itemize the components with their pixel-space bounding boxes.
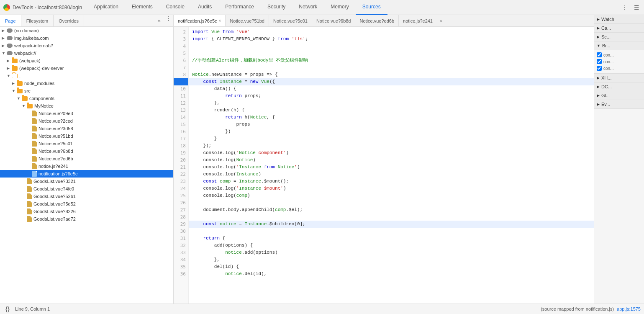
panel-tab-more[interactable]: » bbox=[154, 15, 164, 26]
nav-tab-performance[interactable]: Performance bbox=[218, 0, 261, 15]
code-line: const comp = Instance.$mount(); bbox=[189, 178, 594, 185]
cloud-icon bbox=[7, 28, 13, 33]
tree-item-notice-vue-ed6b[interactable]: Notice.vue?ed6b bbox=[0, 155, 173, 162]
tree-item-webpack-folder[interactable]: ▶(webpack) bbox=[0, 57, 173, 64]
tree-item-label: GoodsList.vue?3321 bbox=[33, 179, 76, 184]
tree-item-notification-js-6e5c[interactable]: notification.js?6e5c bbox=[0, 170, 173, 178]
right-section-header-scope[interactable]: ▶Sc... bbox=[594, 33, 644, 41]
code-tab-notice-6b8d[interactable]: Notice.vue?6b8d bbox=[312, 15, 356, 26]
right-section-header-xhr[interactable]: ▶XH... bbox=[594, 74, 644, 82]
tree-item-webpack-internal[interactable]: ▶webpack-internal:// bbox=[0, 42, 173, 49]
tree-item-node-modules[interactable]: ▶node_modules bbox=[0, 80, 173, 87]
tree-arrow: ▼ bbox=[12, 89, 17, 93]
tree-item-webpack-proto[interactable]: ▼webpack:// bbox=[0, 49, 173, 57]
right-section-call-stack: ▶Ca... bbox=[594, 24, 644, 33]
line-number: 32 bbox=[174, 242, 188, 249]
tree-item-goodslist-5d52[interactable]: GoodsList.vue?5d52 bbox=[0, 200, 173, 208]
right-section-header-watch[interactable]: ▶Watch bbox=[594, 15, 644, 23]
right-section-header-dom[interactable]: ▶DC... bbox=[594, 82, 644, 91]
tree-item-label: Notice.vue?09e3 bbox=[38, 111, 73, 116]
app-link[interactable]: app.js:1575 bbox=[617, 306, 641, 311]
tree-item-label: (no domain) bbox=[14, 28, 39, 33]
line-number: 21 bbox=[174, 164, 188, 171]
code-line: } bbox=[189, 135, 594, 142]
code-tab-notice-51bd[interactable]: Notice.vue?51bd bbox=[226, 15, 269, 26]
settings-icon[interactable]: ☰ bbox=[632, 3, 641, 12]
tree-item-notice-vue-5c01[interactable]: Notice.vue?5c01 bbox=[0, 140, 173, 147]
nav-tab-application[interactable]: Application bbox=[87, 0, 125, 15]
line-number: 28 bbox=[174, 214, 188, 221]
nav-tab-elements[interactable]: Elements bbox=[125, 0, 159, 15]
tree-item-label: Notice.vue?2ced bbox=[38, 118, 73, 124]
tree-item-notice-vue-09e3[interactable]: Notice.vue?09e3 bbox=[0, 110, 173, 117]
tree-item-notice-js-e241[interactable]: notice.js?e241 bbox=[0, 162, 173, 170]
tree-item-goodslist-ad72[interactable]: GoodsList.vue?ad72 bbox=[0, 215, 173, 223]
tree-item-mynotice[interactable]: ▼MyNotice bbox=[0, 102, 173, 110]
right-section-arrow: ▶ bbox=[597, 93, 600, 98]
tree-item-notice-vue-2ced[interactable]: Notice.vue?2ced bbox=[0, 117, 173, 125]
code-line: add(options) { bbox=[189, 242, 594, 249]
file-icon bbox=[32, 163, 37, 169]
line-number: 35 bbox=[174, 263, 188, 270]
right-section-label: Ca... bbox=[601, 26, 611, 31]
panel-tab-page[interactable]: Page bbox=[0, 15, 21, 26]
tree-item-src-folder[interactable]: ▼src bbox=[0, 87, 173, 95]
file-tree[interactable]: ▶(no domain)▶img.kaikeba.com▶webpack-int… bbox=[0, 27, 173, 304]
tree-item-notice-vue-6b8d[interactable]: Notice.vue?6b8d bbox=[0, 147, 173, 155]
code-line: }) bbox=[189, 128, 594, 135]
checkbox-cb1[interactable] bbox=[597, 52, 602, 57]
code-lines[interactable]: import Vue from 'vue'import { CLIENT_REN… bbox=[189, 27, 594, 304]
code-tab-notice-js-e241[interactable]: notice.js?e241 bbox=[399, 15, 437, 26]
code-tabs-more[interactable]: » bbox=[437, 15, 445, 26]
tree-item-goodslist-8226[interactable]: GoodsList.vue?8226 bbox=[0, 208, 173, 215]
right-section-arrow: ▶ bbox=[597, 76, 600, 80]
nav-tab-memory[interactable]: Memory bbox=[324, 0, 355, 15]
line-number: 29 bbox=[174, 221, 188, 228]
tree-item-notice-vue-3d58[interactable]: Notice.vue?3d58 bbox=[0, 125, 173, 132]
dock-icon[interactable]: ⋮ bbox=[621, 3, 629, 12]
panel-tab-filesystem[interactable]: Filesystem bbox=[21, 15, 54, 26]
folder-icon bbox=[22, 96, 28, 101]
right-section-header-global[interactable]: ▶Gl... bbox=[594, 91, 644, 100]
code-tab-notice-ed6b[interactable]: Notice.vue?ed6b bbox=[355, 15, 399, 26]
nav-tab-console[interactable]: Console bbox=[159, 0, 191, 15]
checkbox-cb2[interactable] bbox=[597, 59, 602, 64]
format-icon[interactable]: {} bbox=[3, 305, 12, 313]
tree-item-webpack-dev-server[interactable]: ▶(webpack)-dev-server bbox=[0, 64, 173, 72]
nav-tab-network[interactable]: Network bbox=[292, 0, 324, 15]
code-tabs: notification.js?6e5c×Notice.vue?51bdNoti… bbox=[174, 15, 594, 27]
tree-item-components[interactable]: ▼components bbox=[0, 95, 173, 102]
right-section-header-call-stack[interactable]: ▶Ca... bbox=[594, 24, 644, 32]
tree-arrow: ▶ bbox=[12, 81, 17, 85]
tree-item-goodslist-52b1[interactable]: GoodsList.vue?52b1 bbox=[0, 193, 173, 200]
code-tab-notification-6e5c[interactable]: notification.js?6e5c× bbox=[174, 15, 226, 26]
nav-tab-security[interactable]: Security bbox=[261, 0, 292, 15]
code-tab-notice-5c01[interactable]: Notice.vue?5c01 bbox=[269, 15, 312, 26]
line-number: 23 bbox=[174, 178, 188, 185]
right-section-arrow: ▶ bbox=[597, 85, 600, 89]
code-line: //手动创建Alert组件，加载到body里 不受父组件影响 bbox=[189, 57, 594, 64]
panel-tab-overrides[interactable]: Overrides bbox=[54, 15, 84, 26]
tree-item-no-domain[interactable]: ▶(no domain) bbox=[0, 27, 173, 34]
status-right: (source mapped from notification.js) app… bbox=[541, 306, 641, 311]
code-line bbox=[189, 214, 594, 221]
code-line: notice.del(id), bbox=[189, 270, 594, 278]
file-icon bbox=[32, 148, 37, 154]
code-tab-close[interactable]: × bbox=[219, 18, 221, 23]
checkbox-cb3[interactable] bbox=[597, 66, 602, 71]
right-section-header-breakpoints[interactable]: ▼Br... bbox=[594, 41, 644, 50]
code-line: }, bbox=[189, 256, 594, 263]
tree-item-goodslist-4fc0[interactable]: GoodsList.vue?4fc0 bbox=[0, 185, 173, 193]
tree-item-notice-vue-51bd[interactable]: Notice.vue?51bd bbox=[0, 132, 173, 140]
cloud-icon bbox=[7, 51, 13, 55]
tree-item-goodslist-3321[interactable]: GoodsList.vue?3321 bbox=[0, 178, 173, 185]
panel-options-button[interactable]: ⋮ bbox=[164, 15, 173, 26]
right-section-header-event[interactable]: ▶Ev... bbox=[594, 100, 644, 108]
code-tab-label: notification.js?6e5c bbox=[178, 18, 217, 23]
checkbox-row-cb3: con... bbox=[597, 65, 641, 72]
nav-tab-audits[interactable]: Audits bbox=[191, 0, 218, 15]
tree-item-img-kaikeba[interactable]: ▶img.kaikeba.com bbox=[0, 34, 173, 42]
tree-item-dot-folder[interactable]: ▼. bbox=[0, 72, 173, 80]
line-number: 24 bbox=[174, 185, 188, 192]
nav-tab-sources[interactable]: Sources bbox=[356, 0, 387, 15]
